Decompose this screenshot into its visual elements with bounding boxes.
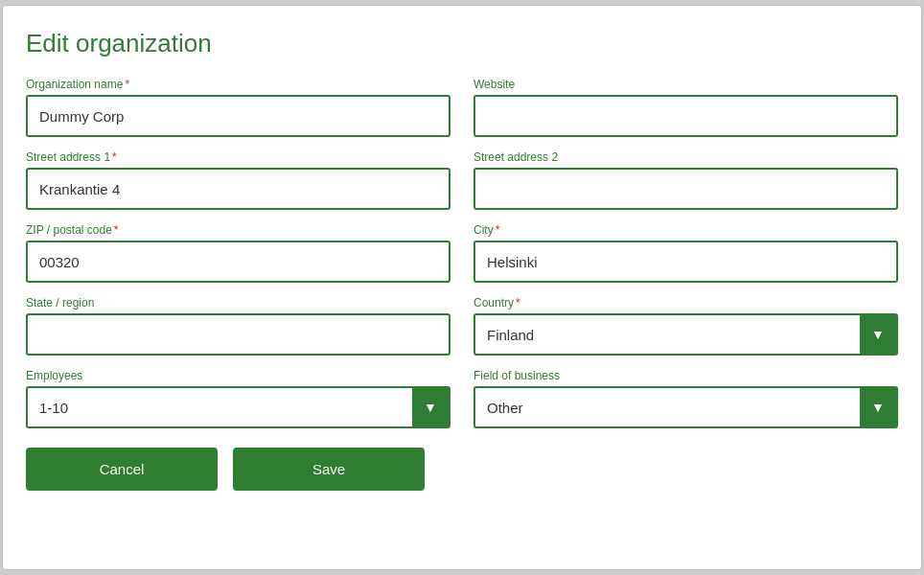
zip-input[interactable]: [26, 241, 450, 283]
form-grid: Organization name* Website Street addres…: [26, 78, 898, 428]
street1-input[interactable]: [26, 168, 450, 210]
fob-label: Field of business: [474, 369, 898, 382]
zip-group: ZIP / postal code*: [26, 223, 450, 283]
street2-group: Street address 2: [474, 150, 898, 210]
state-group: State / region: [26, 296, 450, 356]
org-name-label: Organization name*: [26, 78, 450, 91]
fob-select-wrapper: ▼: [474, 386, 898, 428]
chevron-down-icon: ▼: [871, 401, 885, 414]
zip-label: ZIP / postal code*: [26, 223, 450, 237]
website-label: Website: [474, 78, 898, 91]
employees-input[interactable]: [26, 386, 412, 428]
chevron-down-icon: ▼: [424, 401, 437, 414]
save-button[interactable]: Save: [233, 448, 425, 491]
country-dropdown-button[interactable]: ▼: [860, 313, 898, 356]
page-title: Edit organization: [26, 29, 898, 58]
country-input[interactable]: [474, 313, 860, 356]
chevron-down-icon: ▼: [871, 328, 885, 341]
cancel-button[interactable]: Cancel: [26, 448, 218, 491]
org-name-input[interactable]: [26, 95, 450, 137]
country-label: Country*: [474, 296, 898, 310]
state-label: State / region: [26, 296, 450, 310]
employees-group: Employees ▼: [26, 369, 450, 428]
employees-label: Employees: [26, 369, 450, 382]
employees-select-wrapper: ▼: [26, 386, 450, 428]
fob-group: Field of business ▼: [474, 369, 898, 428]
state-input[interactable]: [26, 313, 450, 356]
employees-dropdown-button[interactable]: ▼: [412, 386, 450, 428]
fob-input[interactable]: [474, 386, 860, 428]
fob-dropdown-button[interactable]: ▼: [860, 386, 898, 428]
org-name-group: Organization name*: [26, 78, 450, 137]
edit-organization-dialog: Edit organization Organization name* Web…: [2, 5, 922, 570]
website-group: Website: [474, 78, 898, 137]
city-group: City*: [474, 223, 898, 283]
city-input[interactable]: [474, 241, 898, 283]
street2-input[interactable]: [474, 168, 898, 210]
street1-label: Street address 1*: [26, 150, 450, 164]
city-label: City*: [474, 223, 898, 237]
buttons-row: Cancel Save: [26, 448, 898, 491]
country-select-wrapper: ▼: [474, 313, 898, 356]
website-input[interactable]: [474, 95, 898, 137]
street1-group: Street address 1*: [26, 150, 450, 210]
country-group: Country* ▼: [474, 296, 898, 356]
street2-label: Street address 2: [474, 150, 898, 164]
